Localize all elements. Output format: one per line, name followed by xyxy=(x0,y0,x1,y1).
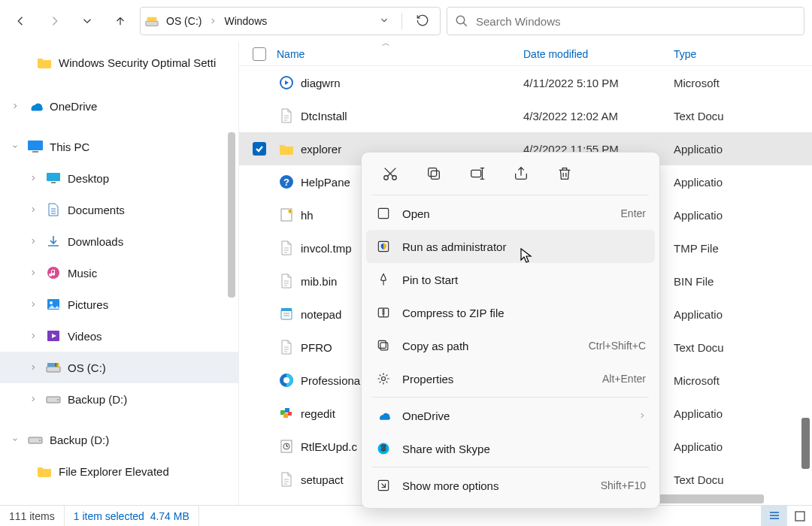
sidebar-item-backup[interactable]: Backup (D:) xyxy=(0,383,238,415)
copy-button[interactable] xyxy=(423,163,444,184)
file-type: Text Docu xyxy=(674,341,724,354)
file-icon xyxy=(277,373,296,388)
row-checkbox[interactable] xyxy=(253,473,266,486)
chevron-right-icon[interactable] xyxy=(27,330,39,342)
chevron-right-icon[interactable] xyxy=(27,298,39,310)
forward-button[interactable] xyxy=(41,8,68,35)
column-header: Name Date modified Type xyxy=(239,42,812,66)
sidebar-item-pictures[interactable]: Pictures xyxy=(0,289,238,320)
sidebar-item-documents[interactable]: Documents xyxy=(0,194,238,225)
header-name[interactable]: Name xyxy=(277,48,523,60)
file-type: Text Docu xyxy=(674,110,724,122)
chevron-right-icon[interactable] xyxy=(9,100,21,112)
search-bar[interactable] xyxy=(447,7,804,35)
row-checkbox[interactable] xyxy=(253,340,266,354)
address-bar[interactable]: OS (C:) Windows xyxy=(140,7,441,35)
file-icon xyxy=(277,406,296,421)
cut-button[interactable] xyxy=(380,163,401,184)
address-dropdown[interactable] xyxy=(374,12,394,31)
videos-icon xyxy=(45,330,62,342)
ctx-run-as-admin[interactable]: Run as administrator xyxy=(366,230,655,263)
chevron-down-icon[interactable] xyxy=(9,434,21,446)
file-row[interactable]: DtcInstall4/3/2022 12:02 AMText Docu xyxy=(239,99,812,132)
row-checkbox[interactable] xyxy=(253,76,266,89)
folder-icon xyxy=(36,465,53,477)
row-checkbox[interactable] xyxy=(253,175,266,189)
onedrive-icon xyxy=(375,408,392,423)
ctx-properties[interactable]: Properties Alt+Enter xyxy=(366,362,655,395)
v-scrollbar[interactable] xyxy=(801,418,810,469)
chevron-right-icon[interactable] xyxy=(27,235,39,247)
svg-point-9 xyxy=(50,301,53,304)
context-menu: Open Enter Run as administrator Pin to S… xyxy=(361,152,660,509)
row-checkbox[interactable] xyxy=(253,142,266,156)
sidebar-item-thispc[interactable]: This PC xyxy=(0,131,238,162)
crumb-root[interactable]: OS (C:) xyxy=(162,12,206,30)
chevron-right-icon[interactable] xyxy=(27,267,39,279)
file-type: Microsoft xyxy=(674,77,720,89)
view-details-button[interactable] xyxy=(761,506,786,526)
row-checkbox[interactable] xyxy=(253,274,266,288)
rename-button[interactable] xyxy=(467,163,488,184)
chevron-right-icon[interactable] xyxy=(27,172,39,184)
row-checkbox[interactable] xyxy=(253,407,266,420)
delete-button[interactable] xyxy=(554,163,575,184)
back-button[interactable] xyxy=(8,8,35,35)
sidebar-item-security[interactable]: Windows Security Optimal Setti xyxy=(0,47,238,78)
file-icon xyxy=(277,108,296,123)
svg-rect-44 xyxy=(380,343,388,350)
ctx-share-skype[interactable]: S Share with Skype xyxy=(366,432,655,465)
ctx-open[interactable]: Open Enter xyxy=(366,197,655,230)
header-type[interactable]: Type xyxy=(674,48,696,60)
row-checkbox[interactable] xyxy=(253,440,266,453)
file-icon xyxy=(277,274,296,289)
ctx-more-options[interactable]: Show more options Shift+F10 xyxy=(366,469,655,502)
row-checkbox[interactable] xyxy=(253,109,266,122)
sidebar-item-downloads[interactable]: Downloads xyxy=(0,225,238,257)
row-checkbox[interactable] xyxy=(253,241,266,255)
pc-icon xyxy=(27,140,44,153)
sidebar-item-videos[interactable]: Videos xyxy=(0,320,238,352)
ctx-pin-to-start[interactable]: Pin to Start xyxy=(366,263,655,296)
search-icon xyxy=(455,14,468,28)
refresh-button[interactable] xyxy=(410,11,435,32)
status-count: 111 items xyxy=(0,506,65,526)
properties-icon xyxy=(375,371,392,386)
sidebar-item-desktop[interactable]: Desktop xyxy=(0,162,238,194)
row-checkbox[interactable] xyxy=(253,208,266,222)
svg-rect-14 xyxy=(56,363,58,367)
file-type: Applicatio xyxy=(674,407,723,420)
row-checkbox[interactable] xyxy=(253,373,266,387)
crumb-child[interactable]: Windows xyxy=(220,12,271,30)
svg-point-2 xyxy=(456,16,465,24)
recent-dropdown[interactable] xyxy=(74,8,101,35)
chevron-right-icon[interactable] xyxy=(27,393,39,405)
file-type: Applicatio xyxy=(674,440,723,453)
zip-icon xyxy=(375,305,392,320)
sidebar-item-backup2[interactable]: Backup (D:) xyxy=(0,424,238,455)
sidebar-item-elevated[interactable]: File Explorer Elevated xyxy=(0,455,238,487)
row-checkbox[interactable] xyxy=(253,307,266,321)
svg-rect-3 xyxy=(28,141,43,150)
up-button[interactable] xyxy=(107,8,134,35)
top-nav: OS (C:) Windows xyxy=(0,0,812,42)
svg-rect-15 xyxy=(58,363,59,367)
search-input[interactable] xyxy=(476,15,796,28)
desktop-icon xyxy=(45,172,62,184)
ctx-copy-as-path[interactable]: Copy as path Ctrl+Shift+C xyxy=(366,329,655,362)
chevron-right-icon[interactable] xyxy=(27,361,39,373)
view-large-button[interactable] xyxy=(786,506,812,526)
header-date[interactable]: Date modified xyxy=(523,48,674,60)
ctx-compress-zip[interactable]: Compress to ZIP file xyxy=(366,296,655,329)
sidebar-item-osc[interactable]: OS (C:) xyxy=(0,352,238,383)
sidebar-item-onedrive[interactable]: OneDrive xyxy=(0,90,238,122)
ctx-onedrive[interactable]: OneDrive xyxy=(366,399,655,432)
chevron-down-icon[interactable] xyxy=(9,141,21,153)
chevron-right-icon[interactable] xyxy=(27,204,39,216)
sidebar-item-music[interactable]: Music xyxy=(0,257,238,289)
file-row[interactable]: diagwrn4/11/2022 5:10 PMMicrosoft xyxy=(239,66,812,99)
share-button[interactable] xyxy=(511,163,532,184)
select-all-checkbox[interactable] xyxy=(253,47,266,61)
svg-point-46 xyxy=(382,377,386,381)
sidebar-scrollbar[interactable] xyxy=(228,132,235,298)
